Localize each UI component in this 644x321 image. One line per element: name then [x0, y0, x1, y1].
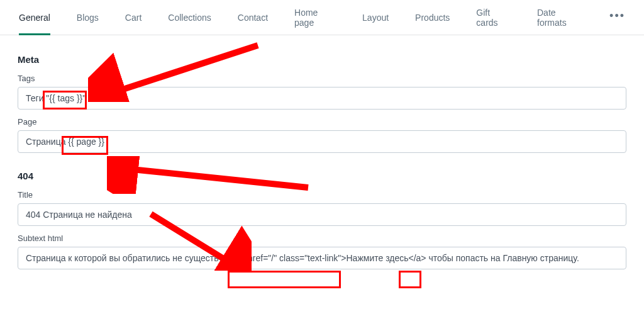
label-subtext: Subtext html [18, 234, 626, 243]
tab-blogs[interactable]: Blogs [77, 0, 99, 35]
tabs-more-icon[interactable]: ••• [609, 9, 625, 25]
tab-contact[interactable]: Contact [238, 0, 268, 35]
settings-form: Meta Tags Page 404 Title Subtext html [0, 35, 644, 282]
tabs-bar: General Blogs Cart Collections Contact H… [0, 0, 644, 35]
tab-layout[interactable]: Layout [362, 0, 389, 35]
input-subtext[interactable] [18, 247, 626, 269]
label-page: Page [18, 117, 626, 127]
tab-date-formats[interactable]: Date formats [537, 0, 583, 35]
input-title[interactable] [18, 203, 626, 226]
page-root: General Blogs Cart Collections Contact H… [0, 0, 644, 321]
tab-home-page[interactable]: Home page [294, 0, 336, 35]
tab-products[interactable]: Products [415, 0, 450, 35]
input-tags[interactable] [18, 87, 626, 110]
section-heading-404: 404 [18, 171, 626, 181]
section-heading-meta: Meta [18, 54, 626, 65]
input-page[interactable] [18, 130, 626, 153]
label-tags: Tags [18, 74, 626, 83]
label-title: Title [18, 190, 626, 200]
tab-general[interactable]: General [19, 0, 50, 35]
tab-collections[interactable]: Collections [168, 0, 211, 35]
tab-gift-cards[interactable]: Gift cards [476, 0, 511, 35]
tab-cart[interactable]: Cart [125, 0, 142, 35]
